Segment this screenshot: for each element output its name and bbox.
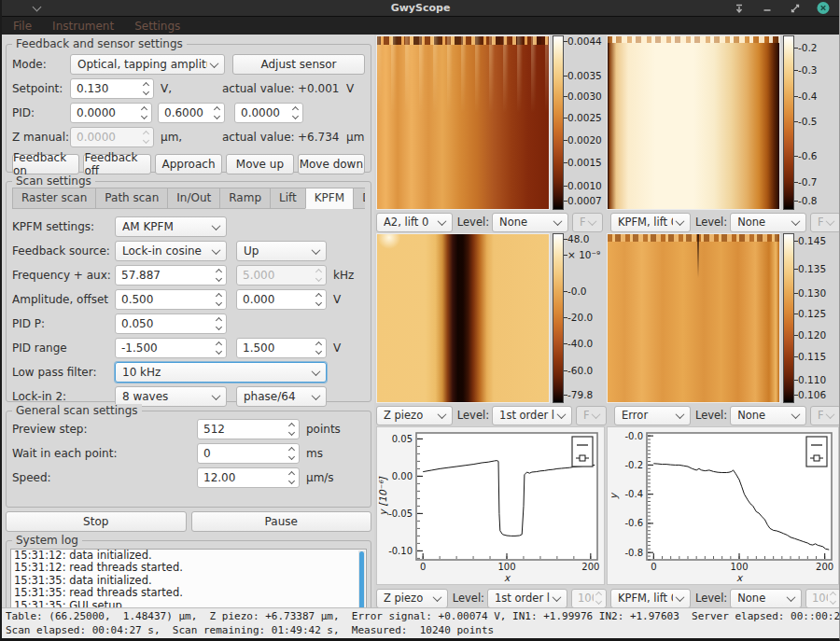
tab-in-out[interactable]: In/Out bbox=[167, 188, 219, 209]
aux-frequency-spinbox[interactable]: 5.000 bbox=[236, 265, 327, 286]
spin-down-icon[interactable] bbox=[216, 324, 222, 330]
spin-down-icon[interactable] bbox=[830, 598, 836, 605]
direction-combobox[interactable]: Fw bbox=[576, 406, 607, 425]
spin-down-icon[interactable] bbox=[214, 113, 220, 119]
colorbar-label: 0.125 bbox=[798, 308, 826, 319]
wait-spinbox[interactable]: 0 bbox=[197, 443, 300, 464]
spin-down-icon[interactable] bbox=[595, 598, 602, 605]
offset-spinbox[interactable]: 0.000 bbox=[236, 289, 327, 310]
direction-combobox[interactable]: Fw bbox=[572, 213, 603, 232]
move-up-button[interactable]: Move up bbox=[226, 154, 293, 174]
level-combobox[interactable]: None bbox=[730, 213, 806, 232]
system-log[interactable]: 15:31:12: data initialized. 15:31:12: re… bbox=[10, 549, 367, 607]
maximize-icon[interactable] bbox=[789, 2, 802, 15]
tab-path-scan[interactable]: Path scan bbox=[95, 188, 167, 209]
heatmap-z-piezo[interactable] bbox=[376, 233, 550, 403]
pin-icon[interactable] bbox=[733, 2, 746, 15]
svg-text:-0.8: -0.8 bbox=[624, 548, 643, 558]
tab-raster-scan[interactable]: Raster scan bbox=[12, 188, 95, 209]
close-icon[interactable] bbox=[817, 2, 830, 15]
mode-combobox[interactable]: Optical, tapping amplitude bbox=[70, 54, 225, 75]
colorbar-label: 48.0 bbox=[567, 233, 589, 244]
z-manual-spinbox[interactable]: 0.0000 bbox=[70, 127, 154, 147]
spin-down-icon[interactable] bbox=[315, 348, 322, 355]
spin-down-icon[interactable] bbox=[315, 300, 322, 306]
direction-combobox[interactable]: Up bbox=[236, 241, 327, 261]
heatmap-kpfm-lift0[interactable] bbox=[607, 35, 780, 210]
colorbar-label: 0.106 bbox=[798, 389, 826, 400]
speed-spinbox[interactable]: 12.00 bbox=[197, 467, 300, 488]
approach-button[interactable]: Approach bbox=[155, 154, 222, 174]
adjust-sensor-button[interactable]: Adjust sensor bbox=[232, 54, 365, 75]
pid-p-spinbox[interactable]: 0.0000 bbox=[70, 103, 152, 123]
spin-down-icon[interactable] bbox=[143, 137, 149, 144]
spin-down-icon[interactable] bbox=[288, 429, 295, 436]
points-spinbox[interactable]: 100 bbox=[805, 589, 839, 608]
direction-combobox[interactable]: Fw bbox=[810, 406, 839, 425]
chevron-down-icon bbox=[676, 592, 685, 602]
pid-range-max-spinbox[interactable]: 1.500 bbox=[236, 338, 327, 358]
channel-combobox[interactable]: Error bbox=[614, 406, 691, 425]
direction-combobox[interactable]: Fw bbox=[810, 213, 839, 232]
kpfm-pid-p-spinbox[interactable]: 0.050 bbox=[115, 314, 227, 334]
spin-down-icon[interactable] bbox=[143, 89, 149, 95]
channel-combobox[interactable]: Z piezo bbox=[376, 406, 453, 425]
channel-combobox[interactable]: Z piezo bbox=[376, 589, 448, 608]
spin-down-icon[interactable] bbox=[216, 275, 222, 282]
tab-kpfm[interactable]: KPFM bbox=[305, 188, 353, 209]
points-spinbox[interactable]: 100 bbox=[571, 589, 607, 608]
menu-settings[interactable]: Settings bbox=[134, 20, 180, 33]
level-combobox[interactable]: 1st order line bbox=[487, 589, 567, 608]
channel-combobox[interactable]: KPFM, lift 0 bbox=[610, 213, 691, 232]
level-combobox[interactable]: None bbox=[730, 406, 806, 425]
menu-instrument[interactable]: Instrument bbox=[52, 20, 114, 33]
scan-settings-group: Scan settings Raster scan Path scan In/O… bbox=[6, 181, 371, 402]
graph-kpfm-profile[interactable]: 0100200-0.0-0.2-0.4-0.6-0.8xy bbox=[607, 426, 839, 585]
colorbar-label: × 10⁻⁹ bbox=[567, 249, 600, 260]
preview-step-spinbox[interactable]: 512 bbox=[197, 419, 300, 439]
tab-lift[interactable]: Lift bbox=[270, 188, 305, 209]
kpfm-mode-combobox[interactable]: AM KPFM bbox=[115, 216, 227, 237]
amplitude-spinbox[interactable]: 0.500 bbox=[115, 289, 227, 310]
feedback-off-button[interactable]: Feedback off bbox=[83, 154, 150, 174]
feedback-on-button[interactable]: Feedback on bbox=[12, 154, 79, 174]
heatmap-a2-lift0[interactable] bbox=[376, 35, 550, 210]
level-combobox[interactable]: None bbox=[492, 213, 568, 232]
lockin2-phase-combobox[interactable]: phase/64 bbox=[236, 386, 327, 407]
spin-down-icon[interactable] bbox=[288, 453, 295, 460]
spin-down-icon[interactable] bbox=[315, 275, 322, 282]
feedback-source-combobox[interactable]: Lock-in cosine bbox=[115, 241, 227, 261]
svg-text:x: x bbox=[504, 572, 511, 583]
channel-combobox[interactable]: KPFM, lift 0 bbox=[610, 589, 691, 608]
pid-d-spinbox[interactable]: 0.0000 bbox=[234, 103, 303, 123]
vertical-scrollbar[interactable] bbox=[358, 550, 365, 607]
pid-i-spinbox[interactable]: 0.6000 bbox=[158, 103, 225, 123]
tab-dart[interactable]: DART bbox=[353, 188, 365, 209]
stop-button[interactable]: Stop bbox=[6, 511, 187, 532]
move-down-button[interactable]: Move down bbox=[298, 154, 365, 174]
spin-down-icon[interactable] bbox=[216, 300, 222, 306]
colorbar-label: -0.0 bbox=[567, 286, 587, 297]
menu-file[interactable]: File bbox=[13, 20, 32, 33]
setpoint-spinbox[interactable]: 0.130 bbox=[70, 78, 154, 99]
channel-combobox[interactable]: A2, lift 0 bbox=[376, 213, 453, 232]
spin-down-icon[interactable] bbox=[292, 113, 299, 119]
tab-ramp[interactable]: Ramp bbox=[219, 188, 270, 209]
preview-step-unit: points bbox=[306, 423, 341, 436]
svg-text:x: x bbox=[736, 572, 744, 583]
spin-down-icon[interactable] bbox=[288, 478, 295, 484]
frequency-spinbox[interactable]: 57.887 bbox=[115, 265, 227, 286]
spin-down-icon[interactable] bbox=[141, 113, 147, 119]
titlebar[interactable]: GwyScope bbox=[2, 0, 839, 17]
level-combobox[interactable]: None bbox=[730, 589, 802, 608]
pause-button[interactable]: Pause bbox=[191, 511, 372, 532]
minimize-icon[interactable] bbox=[761, 2, 774, 15]
low-pass-filter-combobox[interactable]: 10 kHz bbox=[115, 362, 327, 383]
spin-down-icon[interactable] bbox=[216, 348, 222, 355]
heatmap-error[interactable] bbox=[607, 233, 780, 403]
level-combobox[interactable]: 1st order line bbox=[492, 406, 572, 425]
pid-range-min-spinbox[interactable]: -1.500 bbox=[115, 338, 227, 358]
graph-z-piezo-profile[interactable]: 01002000.050.00-0.05-0.10xy [10⁻⁶] bbox=[376, 426, 605, 585]
level-label: Level: bbox=[457, 409, 489, 422]
scrollbar-thumb[interactable] bbox=[359, 551, 364, 607]
